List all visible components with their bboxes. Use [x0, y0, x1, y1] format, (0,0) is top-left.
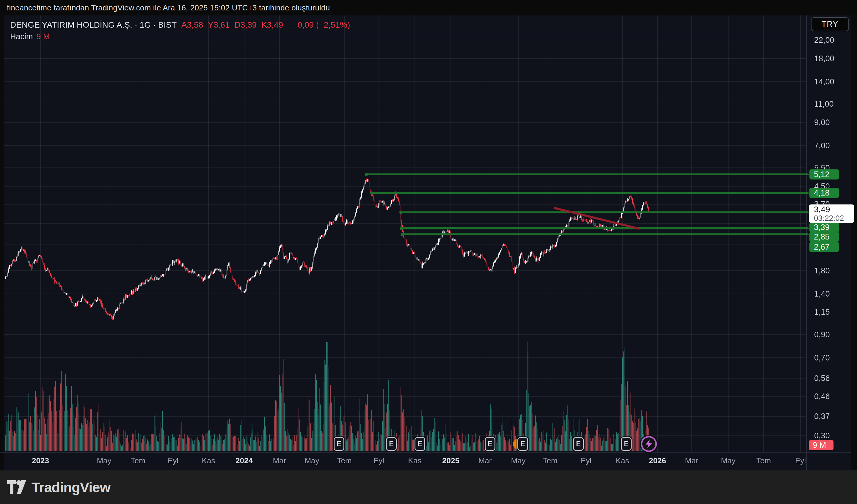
- price-tick-label: 1,40: [814, 289, 830, 298]
- time-axis-month-label: May: [97, 456, 111, 465]
- time-axis-month-label: Kas: [202, 456, 215, 465]
- time-axis-month-label: May: [511, 456, 525, 465]
- level-price-badge: 4,18: [809, 188, 839, 198]
- level-price-badge: 5,12: [809, 169, 839, 179]
- ohlc-item: K3,49: [262, 20, 283, 30]
- price-tick-label: 0,30: [814, 431, 830, 440]
- price-tick-label: 7,00: [814, 141, 830, 150]
- price-chart-canvas[interactable]: [0, 15, 857, 470]
- change-value: −0,09 (−2,51%): [292, 20, 350, 30]
- earnings-badge[interactable]: E: [517, 437, 528, 451]
- time-axis-month-label: Kas: [408, 456, 422, 465]
- time-axis-month-label: Eyl: [168, 456, 179, 465]
- time-axis-year-label: 2025: [442, 456, 459, 465]
- earnings-badge[interactable]: E: [415, 437, 425, 451]
- price-tick-label: 0,56: [814, 373, 830, 383]
- earnings-badge[interactable]: E: [573, 437, 584, 451]
- flash-boost-icon[interactable]: [641, 436, 657, 452]
- price-tick-label: 11,00: [814, 99, 834, 108]
- currency-button[interactable]: TRY: [811, 17, 849, 31]
- countdown-timer: 03:22:02: [814, 214, 854, 222]
- time-axis-year-label: 2026: [649, 456, 666, 465]
- price-tick-label: 1,80: [814, 266, 830, 275]
- time-axis-year-label: 2023: [32, 456, 49, 465]
- price-tick-label: 18,00: [814, 54, 835, 63]
- tradingview-logo-text: TradingView: [32, 479, 110, 496]
- symbol-header: DENGE YATIRIM HOLDİNG A.Ş. · 1G · BIST A…: [10, 19, 350, 42]
- tradingview-logo-icon: [7, 480, 26, 494]
- price-tick-label: 22,00: [814, 35, 835, 45]
- time-axis-month-label: Tem: [543, 456, 557, 465]
- volume-value: 9 M: [37, 32, 50, 41]
- volume-badge: 9 M: [809, 440, 834, 450]
- earnings-badge[interactable]: E: [485, 437, 495, 451]
- tradingview-logo[interactable]: TradingView: [7, 479, 110, 496]
- symbol-title[interactable]: DENGE YATIRIM HOLDİNG A.Ş. · 1G · BIST: [10, 20, 177, 30]
- time-axis-month-label: Mar: [478, 456, 492, 465]
- time-axis-month-label: Eyl: [581, 456, 591, 465]
- price-tick-label: 0,37: [814, 412, 830, 421]
- price-tick-label: 14,00: [814, 77, 835, 86]
- time-axis-month-label: Tem: [756, 456, 771, 465]
- time-axis-month-label: Mar: [685, 456, 699, 465]
- price-tick-label: 9,00: [814, 118, 830, 127]
- earnings-badge[interactable]: E: [386, 437, 397, 451]
- time-axis-month-label: Kas: [616, 456, 629, 465]
- top-bar: fineancetime tarafından TradingView.com …: [0, 0, 857, 15]
- level-price-badge: 2,67: [809, 242, 839, 252]
- ohlc-values: A3,58Y3,61D3,39K3,49: [181, 20, 288, 30]
- last-price-badge: 3,49 03:22:02: [809, 205, 854, 223]
- time-axis-month-label: Tem: [337, 456, 352, 465]
- price-tick-label: 1,15: [814, 307, 830, 316]
- last-price-value: 3,49: [814, 205, 854, 214]
- price-tick-label: 0,90: [814, 330, 830, 339]
- attribution-text: fineancetime tarafından TradingView.com …: [7, 3, 330, 13]
- time-axis-month-label: Tem: [131, 456, 145, 465]
- time-axis-month-label: May: [304, 456, 319, 465]
- time-axis-month-label: Eyl: [373, 456, 384, 465]
- time-axis-month-label: May: [721, 456, 735, 465]
- earnings-badge[interactable]: E: [621, 437, 632, 451]
- ohlc-item: D3,39: [234, 20, 257, 30]
- level-price-badge: 3,39: [809, 222, 839, 232]
- lightning-bolt-icon: [645, 439, 653, 448]
- earnings-badge[interactable]: E: [334, 437, 345, 451]
- time-axis-month-label: Eyl: [795, 456, 806, 465]
- time-axis-year-label: 2024: [236, 456, 253, 465]
- footer: TradingView: [0, 470, 857, 504]
- ohlc-item: A3,58: [181, 20, 203, 30]
- volume-label: Hacim: [10, 32, 33, 41]
- ohlc-item: Y3,61: [208, 20, 230, 30]
- price-tick-label: 0,70: [814, 353, 830, 362]
- chart-area: DENGE YATIRIM HOLDİNG A.Ş. · 1G · BIST A…: [0, 15, 857, 470]
- level-price-badge: 2,85: [809, 232, 839, 242]
- price-tick-label: 0,46: [814, 392, 830, 401]
- time-axis-month-label: Mar: [273, 456, 286, 465]
